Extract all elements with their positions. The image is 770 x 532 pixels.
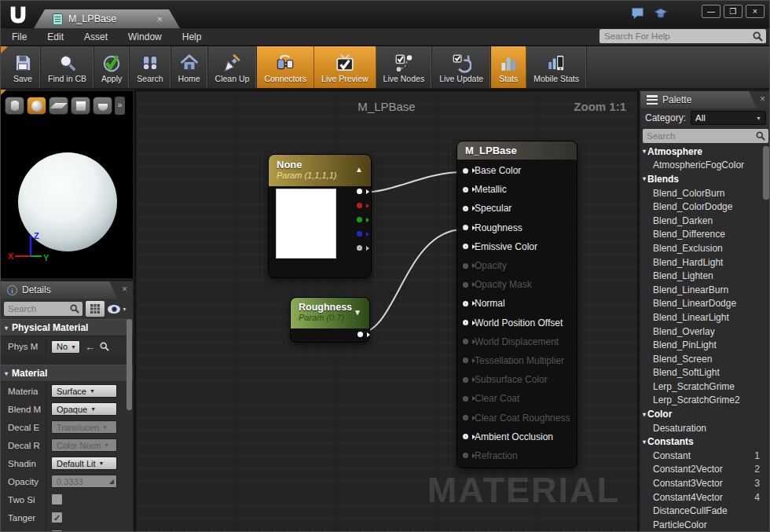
stats-button[interactable]: Stats: [491, 46, 526, 88]
collapse-triangle-icon[interactable]: ▼: [354, 308, 361, 317]
feedback-bubble-icon[interactable]: [630, 6, 645, 20]
menu-item[interactable]: Asset: [84, 31, 108, 42]
material-input-pin-row[interactable]: Base Color: [457, 161, 577, 180]
minimize-button[interactable]: —: [702, 5, 720, 18]
sphere-shape-button[interactable]: [27, 97, 46, 115]
phys-material-dropdown[interactable]: No ▼: [51, 340, 80, 354]
rgb-output-pin[interactable]: [357, 189, 362, 194]
mobile-stats-button[interactable]: Mobile Stats: [526, 46, 587, 88]
palette-entry[interactable]: ▾ Blend_Difference: [640, 228, 770, 242]
material-input-pin-row[interactable]: Clear Coat Roughness: [457, 408, 577, 427]
vector-parameter-node[interactable]: None Param (1,1,1,1) ▲: [268, 154, 372, 278]
help-search-box[interactable]: [600, 29, 766, 43]
live-preview-button[interactable]: Live Preview: [314, 46, 376, 88]
input-pin-icon[interactable]: [463, 396, 468, 402]
teapot-shape-button[interactable]: [93, 97, 112, 115]
palette-entry[interactable]: ▾ Blend_Overlay: [640, 325, 770, 339]
input-pin-icon[interactable]: [463, 263, 468, 269]
two-sided-checkbox[interactable]: [51, 493, 63, 505]
input-pin-icon[interactable]: [463, 282, 468, 288]
palette-entry[interactable]: ▾ Blend_Screen: [640, 352, 770, 366]
input-pin-icon[interactable]: [463, 168, 468, 174]
material-input-pin-row[interactable]: Opacity: [457, 256, 577, 275]
red-output-pin[interactable]: [357, 203, 362, 208]
section-material[interactable]: ▾ Material: [1, 365, 133, 382]
palette-entry[interactable]: ▾ Blend_HardLight: [640, 255, 770, 270]
palette-entry[interactable]: ▾ Blend_ColorDodge: [640, 200, 770, 214]
tutorial-cap-icon[interactable]: [653, 6, 669, 20]
node-header[interactable]: Roughness Param (0.7) ▼: [291, 298, 369, 328]
node-header[interactable]: None Param (1,1,1,1) ▲: [269, 155, 371, 186]
palette-entry[interactable]: ▾ Color: [640, 407, 770, 421]
category-dropdown[interactable]: All ▼: [691, 111, 766, 125]
close-button[interactable]: ×: [746, 5, 764, 18]
scalar-parameter-node[interactable]: Roughness Param (0.7) ▼: [290, 297, 370, 343]
palette-entry[interactable]: ▾ Blend_Exclusion: [640, 241, 770, 255]
expand-triangle-icon[interactable]: ▾: [5, 370, 8, 377]
node-header[interactable]: M_LPBase: [457, 141, 577, 160]
input-pin-icon[interactable]: [463, 320, 468, 325]
search-button[interactable]: Search: [130, 46, 170, 88]
details-search-box[interactable]: [4, 302, 82, 316]
home-button[interactable]: Home: [171, 46, 208, 88]
expand-triangle-icon[interactable]: ▾: [643, 175, 646, 182]
expand-triangle-icon[interactable]: ▾: [5, 325, 8, 332]
expand-triangle-icon[interactable]: ▾: [643, 411, 646, 418]
input-pin-icon[interactable]: [463, 453, 468, 458]
material-input-pin-row[interactable]: Metallic: [457, 180, 577, 199]
input-pin-icon[interactable]: [463, 358, 468, 363]
section-physical-material[interactable]: ▾ Physical Material: [1, 319, 133, 336]
palette-entry[interactable]: ▾ Blends: [640, 172, 770, 186]
palette-entry[interactable]: ▾ Constants: [640, 435, 770, 449]
input-pin-icon[interactable]: [463, 225, 468, 230]
menu-item[interactable]: Window: [128, 31, 162, 42]
palette-entry[interactable]: ▾ Lerp_ScratchGrime2: [640, 394, 770, 408]
input-pin-icon[interactable]: [463, 415, 468, 420]
palette-entry[interactable]: ▾ Blend_SoftLight: [640, 366, 770, 380]
green-output-pin[interactable]: [357, 217, 362, 222]
save-button[interactable]: Save: [6, 46, 41, 88]
palette-entry[interactable]: ▾ Blend_Lighten: [640, 269, 770, 283]
material-input-pin-row[interactable]: Roughness: [457, 218, 577, 237]
palette-entry[interactable]: ▾ Blend_LinearBurn: [640, 283, 770, 297]
expand-triangle-icon[interactable]: ▾: [643, 438, 646, 446]
material-input-pin-row[interactable]: Clear Coat: [457, 389, 577, 408]
cube-shape-button[interactable]: [71, 97, 90, 115]
material-domain-dropdown[interactable]: Surface▼: [51, 384, 117, 398]
expand-toolbar-chevron[interactable]: »: [115, 97, 125, 115]
palette-scrollbar[interactable]: [763, 146, 769, 200]
details-scrollbar[interactable]: [126, 319, 132, 410]
material-input-pin-row[interactable]: Opacity Mask: [457, 275, 577, 294]
palette-entry[interactable]: ▾ Blend_LinearDodge: [640, 297, 770, 311]
palette-entry[interactable]: ▾ Blend_LinearLight: [640, 310, 770, 325]
input-pin-icon[interactable]: [463, 339, 468, 344]
palette-entry[interactable]: ▾ Constant4Vector 4: [640, 490, 770, 504]
input-pin-icon[interactable]: [463, 206, 468, 211]
connectors-button[interactable]: Connectors: [257, 46, 314, 88]
collapse-triangle-icon[interactable]: ▲: [355, 165, 363, 174]
input-pin-icon[interactable]: [463, 377, 468, 383]
palette-entry[interactable]: ▾ ParticleColor: [640, 518, 770, 532]
details-close-icon[interactable]: ×: [122, 284, 127, 295]
palette-entry[interactable]: ▾ Atmosphere: [640, 145, 770, 159]
material-input-pin-row[interactable]: World Position Offset: [457, 314, 577, 332]
preview-viewport[interactable]: » Z X Y: [1, 90, 134, 280]
palette-entry[interactable]: ▾ Lerp_ScratchGrime: [640, 380, 770, 394]
details-search-input[interactable]: [4, 303, 70, 314]
use-selected-arrow-icon[interactable]: ←: [85, 341, 95, 353]
material-result-node[interactable]: M_LPBase Base Color Metallic: [456, 141, 578, 468]
menu-item[interactable]: File: [12, 31, 27, 42]
clean-up-button[interactable]: Clean Up: [208, 46, 258, 88]
menu-item[interactable]: Help: [182, 31, 202, 42]
palette-entry[interactable]: ▾ Constant3Vector 3: [640, 476, 770, 490]
palette-entry[interactable]: ▾ Blend_ColorBurn: [640, 186, 770, 200]
blue-output-pin[interactable]: [357, 231, 362, 237]
tab-close-icon[interactable]: ×: [156, 14, 163, 24]
browse-icon[interactable]: [100, 342, 109, 351]
material-input-pin-row[interactable]: Ambient Occlusion: [457, 427, 577, 446]
material-input-pin-row[interactable]: Specular: [457, 199, 577, 218]
find-in-cb-button[interactable]: Find in CB: [41, 46, 94, 88]
material-input-pin-row[interactable]: Emissive Color: [457, 237, 577, 256]
tangent-space-checkbox[interactable]: [51, 512, 63, 523]
shading-model-dropdown[interactable]: Default Lit▼: [51, 457, 117, 470]
